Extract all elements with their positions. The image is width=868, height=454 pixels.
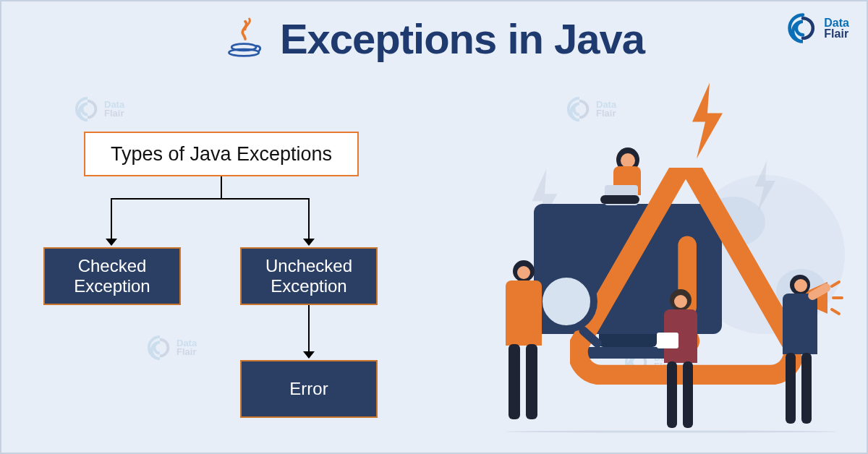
diagram-node-checked: Checked Exception — [43, 247, 181, 305]
brand-swirl-icon — [786, 12, 820, 45]
brand-logo: Data Flair — [786, 12, 849, 45]
page-title: Exceptions in Java — [280, 14, 644, 63]
diagram-node-error: Error — [240, 360, 378, 418]
arrowhead-icon — [303, 239, 315, 246]
node-label: Error — [289, 379, 328, 399]
node-label: Unchecked Exception — [265, 256, 352, 296]
watermark: DataFlair — [74, 95, 124, 123]
person-investigator-icon — [487, 260, 559, 427]
connector-line — [111, 198, 310, 200]
connector-line — [308, 198, 310, 239]
brand-word-1: Data — [824, 17, 849, 28]
java-logo-icon — [224, 17, 267, 61]
exception-types-diagram: Types of Java Exceptions Checked Excepti… — [41, 124, 431, 428]
connector-line — [111, 198, 112, 239]
svg-point-1 — [229, 49, 258, 56]
person-announcer-icon — [765, 275, 838, 428]
connector-line — [221, 176, 222, 198]
notebook-icon — [657, 333, 678, 348]
node-label: Checked Exception — [74, 256, 150, 296]
diagram-node-unchecked: Unchecked Exception — [240, 247, 378, 305]
connector-line — [308, 305, 310, 351]
hero-illustration — [447, 88, 852, 450]
person-sitting-icon — [592, 150, 671, 230]
svg-rect-5 — [577, 325, 603, 349]
person-notetaker-icon — [650, 289, 715, 434]
brand-swirl-icon — [74, 95, 101, 123]
arrowhead-icon — [303, 351, 315, 359]
diagram-root-node: Types of Java Exceptions — [84, 132, 359, 176]
lightning-bolt-icon — [686, 81, 729, 160]
arrowhead-icon — [106, 239, 117, 246]
page-header: Exceptions in Java — [1, 1, 867, 63]
brand-word-2: Flair — [824, 28, 849, 39]
arm — [807, 282, 832, 301]
